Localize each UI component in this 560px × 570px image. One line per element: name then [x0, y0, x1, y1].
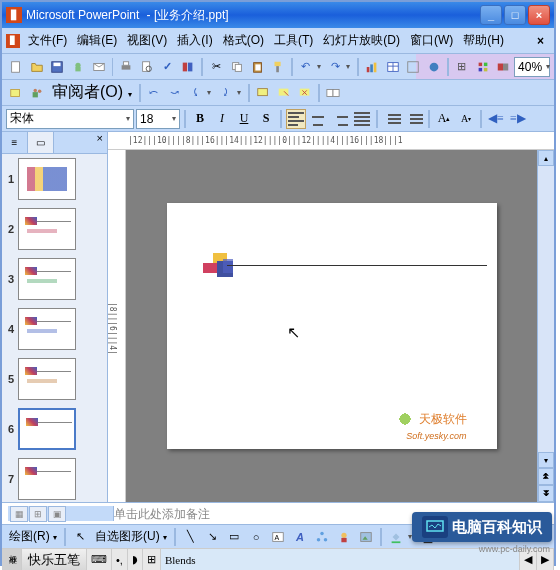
arrow-icon[interactable]: ↘ — [202, 527, 222, 547]
reject-icon[interactable]: ⤸ — [216, 83, 236, 103]
ime-mode-icon[interactable]: ⌨ — [87, 549, 112, 570]
menu-view[interactable]: 视图(V) — [123, 30, 171, 51]
diagram-icon[interactable] — [312, 527, 332, 547]
save-icon[interactable] — [47, 57, 67, 77]
line-icon[interactable]: ╲ — [180, 527, 200, 547]
bold-button[interactable]: B — [190, 109, 210, 129]
outline-tab[interactable]: ≡ — [2, 132, 28, 153]
undo-dropdown[interactable]: ▾ — [317, 62, 325, 71]
close-button[interactable]: × — [528, 5, 550, 25]
slide-thumbnail[interactable]: 7 — [4, 458, 105, 500]
slide-thumbnail[interactable]: 5 — [4, 358, 105, 400]
spellcheck-icon[interactable]: ✓ — [158, 57, 178, 77]
print-icon[interactable] — [116, 57, 136, 77]
textbox-icon[interactable]: A — [268, 527, 288, 547]
maximize-button[interactable]: □ — [504, 5, 526, 25]
insert-comment-icon[interactable] — [253, 83, 273, 103]
next-change-icon[interactable]: ⤻ — [165, 83, 185, 103]
slide-thumbnail[interactable]: 1 — [4, 158, 105, 200]
font-size-combo[interactable]: 18▾ — [136, 109, 180, 129]
chart-icon[interactable] — [362, 57, 382, 77]
cut-icon[interactable]: ✂ — [206, 57, 226, 77]
table-icon[interactable] — [383, 57, 403, 77]
research-icon[interactable] — [179, 57, 199, 77]
accept-icon[interactable]: ⤹ — [186, 83, 206, 103]
ime-width-icon[interactable]: ◗ — [128, 549, 143, 570]
font-combo[interactable]: 宋体▾ — [6, 109, 134, 129]
rectangle-icon[interactable]: ▭ — [224, 527, 244, 547]
prev-change-icon[interactable]: ⤺ — [144, 83, 164, 103]
align-left-button[interactable] — [286, 109, 306, 129]
align-center-button[interactable] — [308, 109, 328, 129]
slides-tab[interactable]: ▭ — [28, 132, 54, 153]
ime-name[interactable]: 快乐五笔 — [22, 549, 87, 570]
ime-switch-icon[interactable]: 标准 — [2, 549, 22, 570]
paste-icon[interactable] — [248, 57, 268, 77]
menu-tools[interactable]: 工具(T) — [270, 30, 317, 51]
menu-file[interactable]: 文件(F) — [24, 30, 71, 51]
autoshapes-menu[interactable]: 自选图形(U) ▾ — [92, 528, 170, 545]
draw-menu[interactable]: 绘图(R) ▾ — [6, 528, 60, 545]
open-icon[interactable] — [27, 57, 47, 77]
normal-view-button[interactable]: ▦ — [10, 506, 28, 522]
minimize-button[interactable]: _ — [480, 5, 502, 25]
menu-close-doc[interactable]: × — [531, 34, 550, 48]
redo-dropdown[interactable]: ▾ — [346, 62, 354, 71]
menu-slideshow[interactable]: 幻灯片放映(D) — [319, 30, 404, 51]
end-review-icon[interactable] — [323, 83, 343, 103]
increase-font-button[interactable]: A▴ — [434, 109, 454, 129]
email-icon[interactable] — [89, 57, 109, 77]
menu-insert[interactable]: 插入(I) — [173, 30, 216, 51]
undo-icon[interactable]: ↶ — [296, 57, 316, 77]
slideshow-view-button[interactable]: ▣ — [48, 506, 66, 522]
color-grayscale-icon[interactable] — [493, 57, 513, 77]
clipart-icon[interactable] — [334, 527, 354, 547]
menu-window[interactable]: 窗口(W) — [406, 30, 457, 51]
hyperlink-icon[interactable] — [424, 57, 444, 77]
sorter-view-button[interactable]: ⊞ — [29, 506, 47, 522]
underline-button[interactable]: U — [234, 109, 254, 129]
copy-icon[interactable] — [227, 57, 247, 77]
preview-icon[interactable] — [137, 57, 157, 77]
zoom-combo[interactable]: 40%▾ — [514, 57, 550, 77]
menu-format[interactable]: 格式(O) — [219, 30, 268, 51]
decrease-font-button[interactable]: A▾ — [456, 109, 476, 129]
scroll-up-button[interactable]: ▴ — [538, 150, 554, 166]
numbering-button[interactable] — [382, 109, 402, 129]
menu-edit[interactable]: 编辑(E) — [73, 30, 121, 51]
next-slide-button[interactable]: ⯯ — [538, 485, 554, 502]
ime-punct-icon[interactable]: •, — [112, 549, 128, 570]
slide-thumbnail[interactable]: 2 — [4, 208, 105, 250]
permission-icon[interactable] — [68, 57, 88, 77]
menu-help[interactable]: 帮助(H) — [459, 30, 508, 51]
wordart-icon[interactable]: A — [290, 527, 310, 547]
distributed-button[interactable] — [352, 109, 372, 129]
thumbnail-list[interactable]: 12345678 — [2, 154, 107, 502]
reviewer-dropdown[interactable]: 审阅者(O) ▾ — [48, 80, 136, 105]
fill-color-icon[interactable] — [386, 527, 406, 547]
slide-thumbnail[interactable]: 6 — [4, 408, 105, 450]
oval-icon[interactable]: ○ — [246, 527, 266, 547]
slide-canvas[interactable]: ↖ 天极软件 Soft.yesky.com — [126, 150, 537, 502]
redo-icon[interactable]: ↷ — [326, 57, 346, 77]
show-format-icon[interactable] — [473, 57, 493, 77]
panel-close-button[interactable]: × — [93, 132, 107, 153]
current-slide[interactable]: ↖ 天极软件 Soft.yesky.com — [167, 203, 497, 449]
reviewers-icon[interactable] — [27, 83, 47, 103]
expand-icon[interactable]: ⊞ — [452, 57, 472, 77]
bullets-button[interactable] — [404, 109, 424, 129]
increase-indent-button[interactable]: ≡▶ — [508, 109, 528, 129]
vertical-scrollbar[interactable]: ▴ ▾ ⯭ ⯯ — [537, 150, 554, 502]
select-objects-icon[interactable]: ↖ — [70, 527, 90, 547]
tables-borders-icon[interactable] — [404, 57, 424, 77]
delete-comment-icon[interactable] — [295, 83, 315, 103]
new-icon[interactable] — [6, 57, 26, 77]
slide-thumbnail[interactable]: 4 — [4, 308, 105, 350]
format-painter-icon[interactable] — [268, 57, 288, 77]
ime-softkbd-icon[interactable]: ⊞ — [143, 549, 161, 570]
show-markup-icon[interactable] — [6, 83, 26, 103]
align-right-button[interactable] — [330, 109, 350, 129]
edit-comment-icon[interactable] — [274, 83, 294, 103]
decrease-indent-button[interactable]: ◀≡ — [486, 109, 506, 129]
italic-button[interactable]: I — [212, 109, 232, 129]
